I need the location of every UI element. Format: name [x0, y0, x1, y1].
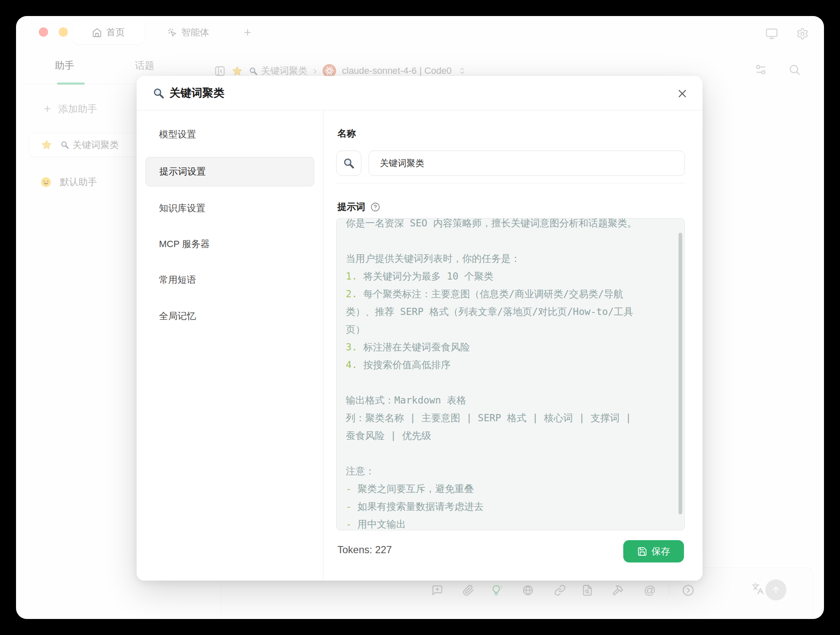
app-window: 首页 智能体 + 助手 话题 + 添加助手 关键词聚类 默认助手 — [16, 16, 824, 619]
prompt-line: 页） — [346, 320, 674, 338]
prompt-line: 1. 将关键词分为最多 10 个聚类 — [346, 267, 674, 285]
magnifier-emoji-icon — [153, 87, 164, 99]
close-icon[interactable] — [675, 86, 690, 101]
prompt-line: 2. 每个聚类标注：主要意图（信息类/商业调研类/交易类/导航 — [346, 285, 674, 303]
modal-title: 关键词聚类 — [153, 86, 224, 100]
nav-item-prompt-settings[interactable]: 提示词设置 — [145, 157, 314, 186]
prompt-scrollbar[interactable] — [678, 233, 682, 514]
nav-item-model-settings[interactable]: 模型设置 — [145, 120, 314, 149]
name-section-label: 名称 — [337, 127, 356, 140]
save-icon — [637, 546, 647, 557]
nav-item-global-memory[interactable]: 全局记忆 — [145, 301, 314, 331]
modal-content: 名称 提示词 你是一名资深 SEO 内容策略师，擅长关键词意图分析和话题聚类。 … — [323, 110, 703, 581]
prompt-line: 输出格式：Markdown 表格 — [346, 391, 674, 409]
prompt-line: 你是一名资深 SEO 内容策略师，擅长关键词意图分析和话题聚类。 — [346, 218, 674, 232]
modal-header: 关键词聚类 — [137, 76, 703, 110]
token-count: Tokens: 227 — [337, 544, 392, 556]
assistant-settings-modal: 关键词聚类 模型设置 提示词设置 知识库设置 MCP 服务器 常用短语 全局记忆… — [137, 76, 703, 581]
nav-item-quick-phrases[interactable]: 常用短语 — [145, 265, 314, 295]
nav-item-mcp-servers[interactable]: MCP 服务器 — [145, 229, 314, 259]
prompt-text: 你是一名资深 SEO 内容策略师，擅长关键词意图分析和话题聚类。 当用户提供关键… — [337, 218, 678, 530]
prompt-line: - 用中文输出 — [346, 515, 674, 530]
prompt-line: 列：聚类名称 | 主要意图 | SERP 格式 | 核心词 | 支撑词 | — [346, 409, 674, 427]
prompt-line: - 如果有搜索量数据请考虑进去 — [346, 498, 674, 515]
prompt-line: 蚕食风险 | 优先级 — [346, 427, 674, 444]
prompt-line: 注意： — [346, 462, 674, 480]
prompt-line: 3. 标注潜在关键词蚕食风险 — [346, 338, 674, 356]
divider — [336, 183, 685, 183]
screen: 首页 智能体 + 助手 话题 + 添加助手 关键词聚类 默认助手 — [0, 0, 840, 635]
prompt-section-label: 提示词 — [337, 201, 380, 213]
help-icon[interactable] — [370, 202, 380, 212]
nav-item-knowledge-settings[interactable]: 知识库设置 — [145, 194, 314, 223]
magnifier-emoji-icon — [343, 157, 355, 169]
prompt-line — [346, 444, 674, 462]
prompt-line: 当用户提供关键词列表时，你的任务是： — [346, 250, 674, 267]
modal-nav: 模型设置 提示词设置 知识库设置 MCP 服务器 常用短语 全局记忆 — [137, 110, 323, 581]
prompt-line: 4. 按搜索价值高低排序 — [346, 356, 674, 374]
prompt-line — [346, 374, 674, 391]
save-button[interactable]: 保存 — [623, 540, 684, 562]
assistant-name-input[interactable] — [369, 151, 685, 176]
prompt-line: - 聚类之间要互斥，避免重叠 — [346, 480, 674, 498]
prompt-line — [346, 232, 674, 250]
prompt-textarea[interactable]: 你是一名资深 SEO 内容策略师，擅长关键词意图分析和话题聚类。 当用户提供关键… — [336, 218, 685, 530]
emoji-picker-button[interactable] — [336, 151, 361, 176]
prompt-line: 类）、推荐 SERP 格式（列表文章/落地页/对比页/How-to/工具 — [346, 303, 674, 320]
